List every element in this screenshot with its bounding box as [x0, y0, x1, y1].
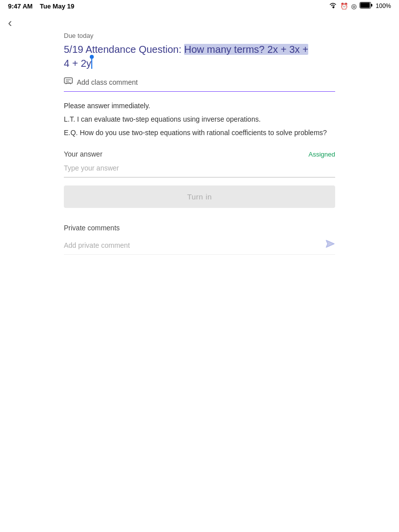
title-line2: 4 + 2y: [64, 58, 92, 69]
back-chevron-icon: ‹: [8, 16, 12, 29]
turn-in-button[interactable]: Turn in: [64, 185, 335, 208]
assigned-badge: Assigned: [309, 151, 335, 158]
time: 9:47 AM: [8, 2, 32, 10]
svg-rect-1: [371, 4, 373, 6]
private-comment-input[interactable]: [64, 239, 321, 251]
status-indicators: ⏰ ◎ 100%: [329, 2, 391, 10]
wifi-icon: [329, 2, 337, 10]
description-section: Please answer immediately. L.T. I can ev…: [64, 101, 335, 138]
desc-line-1: Please answer immediately.: [64, 101, 335, 111]
back-button[interactable]: ‹: [0, 12, 399, 32]
answer-input-wrap: [64, 162, 335, 177]
desc-line-3: E.Q. How do you use two-step equations w…: [64, 128, 335, 138]
private-comments-section: Private comments: [64, 224, 335, 255]
answer-header: Your answer Assigned: [64, 150, 335, 158]
private-comment-input-row: [64, 239, 335, 255]
main-content: Due today 5/19 Attendance Question: How …: [0, 32, 399, 255]
battery-percent: 100%: [376, 2, 391, 9]
date: Tue May 19: [40, 2, 74, 10]
add-class-comment[interactable]: Add class comment: [64, 77, 335, 87]
alarm-icon: ⏰: [340, 2, 348, 10]
status-time-date: 9:47 AM Tue May 19: [8, 2, 74, 10]
section-divider: [64, 91, 335, 92]
assignment-title: 5/19 Attendance Question: How many terms…: [64, 42, 335, 70]
status-bar: 9:47 AM Tue May 19 ⏰ ◎ 100%: [0, 0, 399, 12]
text-cursor: [91, 59, 92, 69]
answer-label: Your answer: [64, 150, 102, 158]
svg-rect-2: [361, 3, 370, 8]
answer-input[interactable]: [64, 162, 335, 174]
title-plain: 5/19 Attendance Question:: [64, 44, 184, 55]
private-comments-label: Private comments: [64, 224, 335, 232]
title-highlighted: How many terms? 2x + 3x +: [184, 44, 308, 55]
location-icon: ◎: [351, 2, 357, 10]
desc-line-2: L.T. I can evaluate two-step equations u…: [64, 114, 335, 125]
svg-rect-3: [64, 78, 72, 83]
due-label: Due today: [64, 32, 335, 39]
add-comment-label: Add class comment: [77, 78, 138, 86]
answer-section: Your answer Assigned Turn in: [64, 150, 335, 208]
send-icon[interactable]: [325, 239, 335, 251]
comment-icon: [64, 77, 73, 87]
battery-icon: [360, 2, 373, 10]
